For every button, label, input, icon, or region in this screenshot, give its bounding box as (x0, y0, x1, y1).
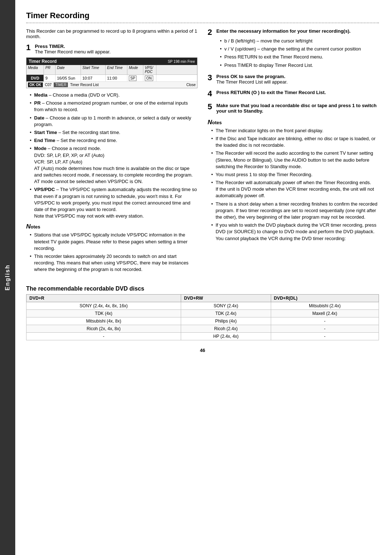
step3-number: 3 (208, 74, 214, 82)
list-item: You must press 1 to stop the Timer Recor… (211, 171, 379, 178)
dvd-cell: SONY (2.4x, 4x, 8x, 16x) (26, 302, 181, 309)
list-item: End Time – Set the recording end time. (29, 137, 197, 144)
dvd-col-header-rdl: DVD+R(DL) (271, 294, 379, 302)
row-media: DVD (26, 75, 44, 81)
row-end: 11:00 (106, 75, 127, 81)
table-row: Mitsubishi (4x, 8x) Philips (4x) - (26, 317, 379, 325)
list-item: Mode – Choose a record mode.DVD: SP, LP,… (29, 145, 197, 185)
table-row: - HP (2.4x, 4x) - (26, 332, 379, 340)
step1-notes-title: Notes (26, 223, 197, 230)
bullet-term: Start Time (34, 130, 57, 135)
list-item: The Recorder will automatically power of… (211, 179, 379, 199)
bullet-term: VPS/PDC (34, 187, 55, 192)
page-container: English Timer Recording This Recorder ca… (0, 0, 392, 555)
dvd-cell: TDK (2.4x) (181, 309, 271, 317)
section-divider (26, 23, 379, 23)
footer-c07: C07 (45, 83, 52, 87)
dvd-cell: - (271, 332, 379, 340)
left-column: This Recorder can be programmed to recor… (26, 28, 197, 278)
timer-badge: TIMER (54, 82, 68, 87)
list-item: If the Disc and Tape indicator are blink… (211, 135, 379, 149)
timer-record-header: Timer Record SP 198 min Free (26, 58, 197, 65)
step1-notes-block: Notes Stations that use VPS/PDC typicall… (26, 223, 197, 273)
step2-number: 2 (208, 28, 214, 36)
step3-title: Press OK to save the program. (216, 74, 285, 79)
timer-record-footer: OK OK C07 TIMER Timer Record List Close (26, 82, 197, 88)
table-row: TDK (4x) TDK (2.4x) Maxell (2.4x) (26, 309, 379, 317)
dvd-table-title: The recommendable recordable DVD discs (26, 285, 379, 292)
bullet-term: Media (34, 92, 48, 98)
dvd-cell: TDK (4x) (26, 309, 181, 317)
notes-n-italic: N (26, 223, 30, 230)
step4-header: 4 Press RETURN (O ) to exit the Timer Re… (208, 90, 379, 98)
step2-block: 2 Enter the necessary information for yo… (208, 28, 379, 69)
list-item: The Recorder will record the audio accor… (211, 150, 379, 170)
dvd-cell: Mitsubishi (2.4x) (271, 302, 379, 309)
list-item: PR – Choose a memorized program number, … (29, 100, 197, 113)
page-number: 46 (26, 348, 379, 353)
dvd-cell: SONY (2.4x) (181, 302, 271, 309)
row-pr: 9 (44, 75, 56, 81)
step5-block: 5 Make sure that you load a recordable d… (208, 103, 379, 114)
bullet-term: PR (34, 100, 41, 106)
col-vps-pdc: VPS/PDC (143, 65, 156, 74)
list-item: There is a short delay when a timer reco… (211, 201, 379, 221)
step1-subtitle: The Timer Record menu will appear. (35, 49, 111, 54)
timer-record-columns: Media PR Date Start Time End Time Mode V… (26, 65, 197, 75)
list-item: v / V (up/down) – change the setting at … (219, 46, 379, 52)
dvd-table: DVD+R DVD+RW DVD+R(DL) SONY (2.4x, 4x, 8… (26, 294, 379, 340)
row-mode: SP (127, 75, 143, 81)
step3-header: 3 Press OK to save the program. The Time… (208, 74, 379, 85)
step1-notes-bullets: Stations that use VPS/PDC typically incl… (26, 232, 197, 273)
step4-block: 4 Press RETURN (O ) to exit the Timer Re… (208, 90, 379, 98)
step1-block: 1 Press TIMER. The Timer Record menu wil… (26, 44, 197, 273)
step1-number: 1 (26, 44, 33, 52)
bullet-term: End Time (34, 138, 55, 143)
intro-text: This Recorder can be programmed to recor… (26, 28, 197, 39)
col-mode: Mode (127, 65, 143, 74)
right-notes-bullets: The Timer indicator lights on the front … (208, 127, 379, 242)
main-content: Timer Recording This Recorder can be pro… (15, 0, 392, 555)
page-title: Timer Recording (26, 11, 379, 20)
dvd-cell: HP (2.4x, 4x) (181, 332, 271, 340)
dvd-table-section: The recommendable recordable DVD discs D… (26, 285, 379, 340)
step2-header: 2 Enter the necessary information for yo… (208, 28, 379, 36)
list-item: The Timer indicator lights on the front … (211, 127, 379, 134)
list-item: VPS/PDC – The VPS/PDC system automatical… (29, 186, 197, 219)
list-item: Date – Choose a date up to 1 month in ad… (29, 115, 197, 128)
timer-record-header-right: SP 198 min Free (168, 60, 195, 64)
list-item: Press TIMER to display Timer Record List… (219, 62, 379, 69)
dvd-table-body: SONY (2.4x, 4x, 8x, 16x) SONY (2.4x) Mit… (26, 302, 379, 340)
dvd-cell: - (271, 317, 379, 325)
row-vps: ON (143, 75, 156, 81)
list-item: Press RETURN to exit the Timer Record me… (219, 54, 379, 60)
row-start: 10:07 (81, 75, 106, 81)
table-row: SONY (2.4x, 4x, 8x, 16x) SONY (2.4x) Mit… (26, 302, 379, 309)
table-row: Ricoh (2x, 4x, 8x) Ricoh (2.4x) - (26, 325, 379, 332)
step4-title: Press RETURN (O ) to exit the Timer Reco… (216, 90, 326, 95)
list-item: This recorder takes approximately 20 sec… (29, 253, 197, 273)
dvd-table-header-row: DVD+R DVD+RW DVD+R(DL) (26, 294, 379, 302)
step2-bullets: b / B (left/right) – move the cursor lef… (216, 38, 379, 69)
right-column: 2 Enter the necessary information for yo… (208, 28, 379, 278)
col-start-time: Start Time (81, 65, 106, 74)
sidebar: English (0, 0, 15, 555)
dvd-cell: Philips (4x) (181, 317, 271, 325)
footer-list: Timer Record List (70, 83, 99, 87)
dvd-cell: Ricoh (2.4x) (181, 325, 271, 332)
list-item: b / B (left/right) – move the cursor lef… (219, 38, 379, 44)
step5-number: 5 (208, 103, 214, 111)
timer-record-header-title: Timer Record (29, 59, 57, 64)
sp-badge: SP (129, 76, 136, 81)
step3-block: 3 Press OK to save the program. The Time… (208, 74, 379, 85)
two-column-layout: This Recorder can be programmed to recor… (26, 28, 379, 278)
step2-title: Enter the necessary information for your… (216, 28, 351, 34)
col-end-time: End Time (106, 65, 127, 74)
right-notes-title: Notes (208, 119, 379, 126)
col-media: Media (26, 65, 44, 74)
step4-number: 4 (208, 90, 214, 98)
timer-record-data-row: DVD 9 16/05 Sun 10:07 11:00 SP ON (26, 75, 197, 82)
sidebar-label: English (4, 264, 11, 291)
ok-badge: OK OK (28, 82, 43, 87)
dvd-cell: Ricoh (2x, 4x, 8x) (26, 325, 181, 332)
